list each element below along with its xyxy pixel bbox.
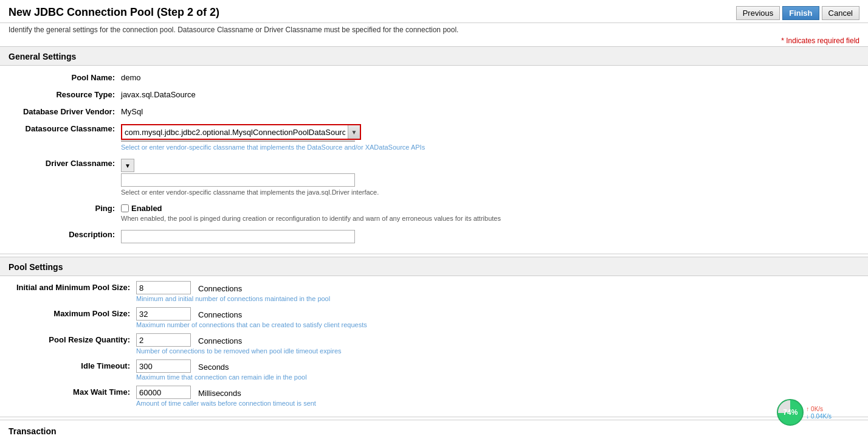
pool-resize-quantity-input[interactable] <box>136 333 191 347</box>
idle-timeout-hint: Maximum time that connection can remain … <box>136 373 859 381</box>
idle-timeout-row: Idle Timeout: Seconds Maximum time that … <box>9 358 859 382</box>
upload-speed: ↑ 0K/s <box>806 406 832 412</box>
db-driver-vendor-row: Database Driver Vendor: MySql <box>9 103 859 118</box>
datasource-hint: Select or enter vendor-specific classnam… <box>121 144 859 151</box>
status-widget: 74% ↑ 0K/s ↓ 0.04K/s <box>777 399 832 426</box>
idle-timeout-input[interactable] <box>136 359 191 373</box>
resource-type-value: javax.sql.DataSource <box>121 88 859 99</box>
initial-min-pool-size-label: Initial and Minimum Pool Size: <box>9 281 136 292</box>
pool-name-value: demo <box>121 71 859 82</box>
pool-settings-title: Pool Settings <box>0 257 868 276</box>
pool-resize-quantity-hint: Number of connections to be removed when… <box>136 347 859 355</box>
ping-row: Ping: Enabled When enabled, the pool is … <box>9 200 859 224</box>
status-circle: 74% <box>777 399 804 426</box>
max-pool-size-label: Maximum Pool Size: <box>9 307 136 318</box>
datasource-classname-combo[interactable]: ▼ <box>121 124 361 140</box>
transaction-title: Transaction <box>9 424 859 439</box>
datasource-classname-label: Datasource Classname: <box>9 122 121 133</box>
datasource-dropdown-icon[interactable]: ▼ <box>348 125 360 139</box>
max-pool-size-row: Maximum Pool Size: Connections Maximum n… <box>9 306 859 330</box>
initial-min-pool-size-row: Initial and Minimum Pool Size: Connectio… <box>9 280 859 304</box>
cancel-button[interactable]: Cancel <box>822 6 859 20</box>
max-wait-time-row: Max Wait Time: Milliseconds Amount of ti… <box>9 384 859 408</box>
max-wait-time-hint: Amount of time caller waits before conne… <box>136 400 859 407</box>
pool-name-row: Pool Name: demo <box>9 69 859 84</box>
pool-resize-quantity-unit: Connections <box>198 335 242 345</box>
pool-name-label: Pool Name: <box>9 71 121 82</box>
initial-min-pool-size-hint: Minimum and initial number of connection… <box>136 295 859 302</box>
description-row: Description: <box>9 226 859 245</box>
description-input[interactable] <box>121 230 355 243</box>
page-subtitle: Identify the general settings for the co… <box>0 23 868 35</box>
datasource-classname-input[interactable] <box>122 127 348 138</box>
datasource-classname-row: Datasource Classname: ▼ Select or enter … <box>9 120 859 153</box>
max-wait-time-input[interactable] <box>136 386 191 399</box>
db-driver-vendor-label: Database Driver Vendor: <box>9 105 121 116</box>
idle-timeout-unit: Seconds <box>198 361 229 372</box>
ping-label: Ping: <box>9 202 121 213</box>
max-pool-size-hint: Maximum number of connections that can b… <box>136 321 859 328</box>
general-settings-title: General Settings <box>0 46 868 66</box>
initial-min-pool-size-input[interactable] <box>136 281 191 294</box>
description-label: Description: <box>9 228 121 239</box>
driver-classname-dropdown[interactable]: ▼ <box>121 159 134 172</box>
page-title: New JDBC Connection Pool (Step 2 of 2) <box>9 6 219 19</box>
driver-classname-hint: Select or enter vendor-specific classnam… <box>121 189 859 196</box>
max-pool-size-input[interactable] <box>136 307 191 321</box>
driver-classname-row: Driver Classname: ▼ Select or enter vend… <box>9 155 859 198</box>
pool-resize-quantity-label: Pool Resize Quantity: <box>9 333 136 344</box>
finish-button[interactable]: Finish <box>782 6 819 20</box>
resource-type-label: Resource Type: <box>9 88 121 99</box>
previous-button[interactable]: Previous <box>736 6 780 20</box>
ping-hint: When enabled, the pool is pinged during … <box>121 215 859 222</box>
idle-timeout-label: Idle Timeout: <box>9 359 136 370</box>
driver-classname-label: Driver Classname: <box>9 157 121 168</box>
db-driver-vendor-value: MySql <box>121 105 859 116</box>
required-field-note: * Indicates required field <box>0 35 868 46</box>
pool-resize-quantity-row: Pool Resize Quantity: Connections Number… <box>9 332 859 356</box>
max-pool-size-unit: Connections <box>198 308 242 319</box>
driver-classname-input[interactable] <box>121 173 355 187</box>
ping-enabled-label: Enabled <box>131 204 162 213</box>
max-wait-time-unit: Milliseconds <box>198 387 241 398</box>
network-stats: ↑ 0K/s ↓ 0.04K/s <box>806 406 832 420</box>
resource-type-row: Resource Type: javax.sql.DataSource <box>9 86 859 101</box>
max-wait-time-label: Max Wait Time: <box>9 386 136 397</box>
ping-enabled-checkbox[interactable] <box>121 204 129 212</box>
initial-min-pool-size-unit: Connections <box>198 282 242 293</box>
download-speed: ↓ 0.04K/s <box>806 413 832 420</box>
